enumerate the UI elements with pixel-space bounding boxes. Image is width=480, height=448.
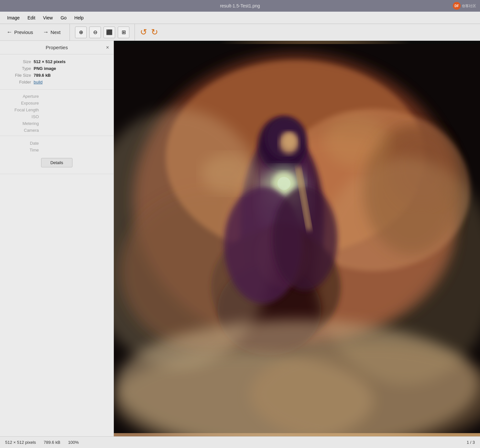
svg-point-29 <box>201 154 253 193</box>
properties-title: Properties <box>46 45 68 50</box>
window-title: result-1.5-Test1.png <box>220 3 260 8</box>
zoom-fit-button[interactable]: ⬛ <box>104 27 115 38</box>
svg-point-11 <box>282 133 297 150</box>
image-svg <box>114 41 480 436</box>
status-page: 1 / 3 <box>467 440 475 445</box>
menu-view[interactable]: View <box>40 14 56 22</box>
folder-value[interactable]: build <box>34 80 42 84</box>
exposure-row: Exposure <box>0 100 114 106</box>
zoom-group: ⊕ ⊖ ⬛ ⊞ <box>70 24 135 40</box>
nav-group: ← Previous → Next <box>3 24 70 40</box>
filesize-row: File Size 789.6 kB <box>0 72 114 79</box>
title-bar: result-1.5-Test1.png DF 创客社区 <box>0 0 480 12</box>
image-display <box>114 41 480 436</box>
arrow-left-icon: ← <box>6 29 12 36</box>
toolbar: ← Previous → Next ⊕ ⊖ ⬛ ⊞ ↺ ↻ <box>0 24 480 41</box>
filesize-value: 789.6 kB <box>34 73 51 78</box>
iso-row: ISO <box>0 113 114 120</box>
image-area <box>114 41 480 436</box>
zoom-fit-icon: ⬛ <box>106 29 113 35</box>
type-row: Type PNG image <box>0 65 114 72</box>
previous-label: Previous <box>14 29 33 35</box>
status-dimensions: 512 × 512 pixels <box>5 440 36 445</box>
rotate-left-icon: ↺ <box>140 27 147 37</box>
status-bar: 512 × 512 pixels 789.6 kB 100% 1 / 3 <box>0 436 480 448</box>
rotate-left-button[interactable]: ↺ <box>140 27 147 37</box>
type-value: PNG image <box>34 66 56 71</box>
details-button[interactable]: Details <box>41 158 73 167</box>
iso-label: ISO <box>6 114 39 119</box>
type-label: Type <box>5 66 31 71</box>
image-canvas <box>114 41 480 436</box>
filesize-label: File Size <box>5 73 31 78</box>
rotate-right-button[interactable]: ↻ <box>151 27 158 37</box>
logo-text: 创客社区 <box>462 4 476 8</box>
zoom-full-icon: ⊞ <box>122 29 126 35</box>
file-properties-section: Size 512 × 512 pixels Type PNG image Fil… <box>0 54 114 90</box>
metering-row: Metering <box>0 120 114 127</box>
svg-point-30 <box>324 115 389 167</box>
arrow-right-icon: → <box>43 29 49 36</box>
date-row: Date <box>0 140 114 147</box>
date-label: Date <box>6 141 39 146</box>
camera-properties-section: Aperture Exposure Focal Length ISO Meter… <box>0 90 114 136</box>
metering-label: Metering <box>6 121 39 126</box>
zoom-full-button[interactable]: ⊞ <box>118 27 129 38</box>
menu-image[interactable]: Image <box>4 14 23 22</box>
folder-row: Folder build <box>0 79 114 85</box>
next-label: Next <box>50 29 60 35</box>
focal-label: Focal Length <box>6 107 39 112</box>
status-filesize: 789.6 kB <box>44 440 60 445</box>
logo-icon: DF <box>453 2 461 10</box>
zoom-in-button[interactable]: ⊕ <box>75 27 87 38</box>
zoom-in-icon: ⊕ <box>79 29 83 35</box>
aperture-label: Aperture <box>6 94 39 99</box>
size-label: Size <box>5 59 31 64</box>
close-properties-button[interactable]: × <box>106 45 109 50</box>
aperture-row: Aperture <box>0 93 114 100</box>
folder-label: Folder <box>5 80 31 84</box>
zoom-out-button[interactable]: ⊖ <box>89 27 101 38</box>
next-button[interactable]: → Next <box>39 27 64 38</box>
exposure-label: Exposure <box>6 101 39 106</box>
camera-row: Camera <box>0 127 114 134</box>
camera-label: Camera <box>6 128 39 133</box>
menu-go[interactable]: Go <box>57 14 70 22</box>
status-zoom: 100% <box>68 440 79 445</box>
zoom-out-icon: ⊖ <box>93 29 97 35</box>
size-value: 512 × 512 pixels <box>34 59 66 64</box>
properties-header: Properties × <box>0 41 114 54</box>
time-row: Time <box>0 147 114 153</box>
dfrobot-logo: DF 创客社区 <box>453 2 476 10</box>
datetime-section: Date Time Details <box>0 136 114 174</box>
main-content: Properties × Size 512 × 512 pixels Type … <box>0 41 480 436</box>
rotate-group: ↺ ↻ <box>135 24 163 40</box>
sidebar: Properties × Size 512 × 512 pixels Type … <box>0 41 114 436</box>
rotate-right-icon: ↻ <box>151 27 158 37</box>
menu-help[interactable]: Help <box>71 14 87 22</box>
previous-button[interactable]: ← Previous <box>3 27 37 38</box>
status-info: 512 × 512 pixels 789.6 kB 100% <box>5 440 79 445</box>
menu-edit[interactable]: Edit <box>24 14 38 22</box>
menu-bar: Image Edit View Go Help <box>0 12 480 24</box>
focal-row: Focal Length <box>0 106 114 113</box>
size-row: Size 512 × 512 pixels <box>0 58 114 65</box>
time-label: Time <box>6 148 39 152</box>
